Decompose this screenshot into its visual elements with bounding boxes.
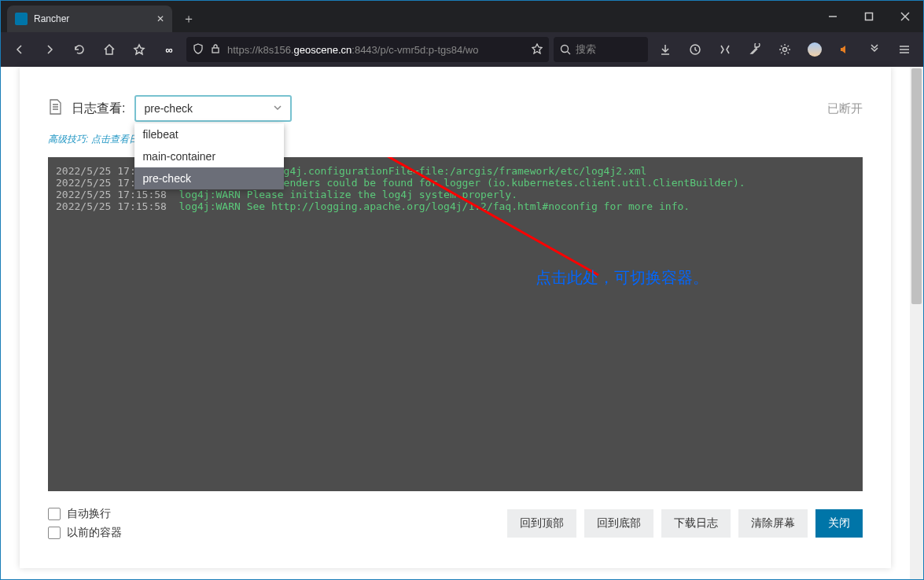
mask-icon[interactable]: ∞ [156, 37, 182, 62]
close-tab-icon[interactable]: ✕ [156, 13, 164, 24]
chevron-down-icon [273, 102, 282, 115]
forward-button[interactable] [37, 37, 62, 62]
dropdown-button[interactable]: pre-check [134, 95, 292, 122]
window-controls [815, 1, 923, 32]
downloads-icon[interactable] [653, 37, 678, 62]
modal-footer: 自动换行 以前的容器 回到顶部 回到底部 下载日志 清除屏幕 关闭 [48, 507, 863, 540]
scroll-bottom-button[interactable]: 回到底部 [584, 509, 653, 538]
dropdown-option-pre-check[interactable]: pre-check [134, 167, 284, 189]
back-button[interactable] [7, 37, 32, 62]
download-button[interactable]: 下载日志 [661, 509, 731, 538]
dropdown-option-main-container[interactable]: main-container [134, 145, 284, 167]
history-icon[interactable] [683, 37, 708, 62]
previous-container-checkbox[interactable]: 以前的容器 [48, 526, 122, 540]
container-dropdown[interactable]: pre-check filebeat main-container pre-ch… [134, 95, 292, 122]
log-viewer-modal: 日志查看: pre-check filebeat main-container … [20, 67, 891, 568]
svg-point-5 [561, 46, 569, 53]
checkbox-icon [48, 508, 61, 520]
overflow-icon[interactable] [862, 37, 887, 62]
page-content: 日志查看: pre-check filebeat main-container … [1, 67, 923, 579]
lock-icon [210, 43, 221, 57]
search-icon [560, 44, 571, 55]
window-minimize-button[interactable] [815, 1, 851, 32]
modal-title: 日志查看: [72, 101, 125, 117]
wrap-lines-checkbox[interactable]: 自动换行 [48, 507, 122, 521]
dropdown-selected: pre-check [144, 102, 192, 115]
dropdown-option-filebeat[interactable]: filebeat [134, 123, 284, 145]
tab-title: Rancher [34, 13, 150, 24]
browser-toolbar: ∞ https://k8s156.geoscene.cn:8443/p/c-vm… [1, 32, 923, 67]
window-maximize-button[interactable] [851, 1, 887, 32]
bookmark-star-icon[interactable] [127, 37, 152, 62]
new-tab-button[interactable]: ＋ [177, 7, 201, 31]
annotation-text: 点击此处，可切换容器。 [536, 267, 709, 288]
url-text: https://k8s156.geoscene.cn:8443/p/c-vmr5… [227, 44, 525, 56]
shield-icon [193, 43, 204, 57]
document-icon [48, 99, 62, 118]
settings-gear-icon[interactable] [772, 37, 797, 62]
wrench-icon[interactable] [742, 37, 768, 62]
bookmark-page-icon[interactable] [532, 43, 543, 57]
svg-line-6 [568, 52, 571, 55]
search-input[interactable]: 搜索 [554, 37, 648, 62]
previous-container-label: 以前的容器 [67, 526, 122, 540]
svg-point-8 [783, 48, 787, 52]
clear-button[interactable]: 清除屏幕 [738, 509, 808, 538]
scrollbar-thumb[interactable] [911, 68, 922, 304]
close-button[interactable]: 关闭 [815, 509, 863, 538]
speaker-icon[interactable] [832, 37, 857, 62]
log-output[interactable]: 2022/5/25 17: JDK_JAVA_OPTIONS: -Dlog4j.… [48, 157, 863, 491]
footer-buttons: 回到顶部 回到底部 下载日志 清除屏幕 关闭 [507, 509, 863, 538]
svg-rect-1 [866, 13, 873, 20]
connection-status: 已断开 [827, 101, 863, 116]
reload-button[interactable] [67, 37, 92, 62]
scrollbar[interactable] [910, 67, 923, 579]
window-titlebar: Rancher ✕ ＋ [1, 1, 923, 32]
tab-favicon [15, 13, 28, 25]
hamburger-menu-icon[interactable] [892, 37, 917, 62]
browser-tab[interactable]: Rancher ✕ [7, 6, 172, 32]
checkbox-icon [48, 527, 61, 539]
search-placeholder: 搜索 [576, 42, 596, 57]
window-close-button[interactable] [887, 1, 923, 32]
url-bar[interactable]: https://k8s156.geoscene.cn:8443/p/c-vmr5… [186, 37, 549, 62]
scroll-top-button[interactable]: 回到顶部 [507, 509, 576, 538]
home-button[interactable] [97, 37, 122, 62]
avatar-icon[interactable] [802, 37, 827, 62]
svg-rect-4 [212, 48, 219, 53]
checkbox-group: 自动换行 以前的容器 [48, 507, 122, 540]
devtools-icon[interactable] [712, 37, 738, 62]
log-line: 2022/5/25 17:15:58 log4j:WARN Please ini… [56, 189, 855, 200]
wrap-lines-label: 自动换行 [67, 507, 111, 521]
modal-header: 日志查看: pre-check filebeat main-container … [48, 95, 863, 122]
log-line: 2022/5/25 17:15:58 log4j:WARN See http:/… [56, 200, 855, 212]
dropdown-list: filebeat main-container pre-check [134, 123, 284, 189]
